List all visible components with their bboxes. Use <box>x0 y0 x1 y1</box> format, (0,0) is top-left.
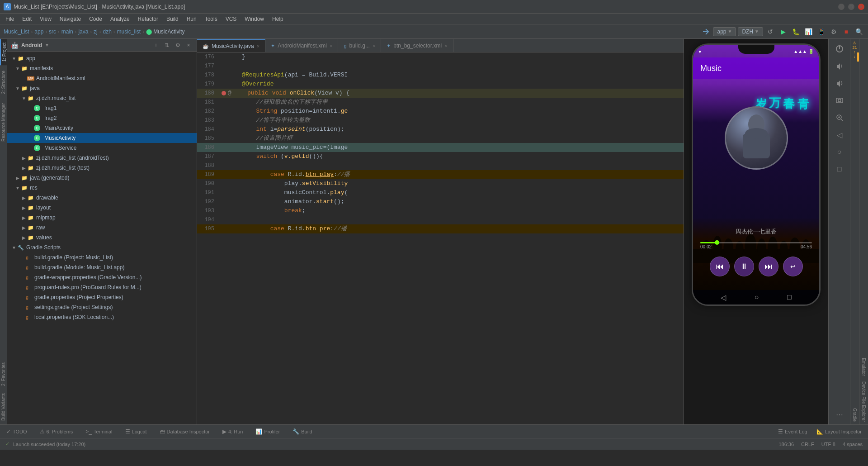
tree-item-java-generated[interactable]: ▶ 📁 java (generated) <box>7 173 197 183</box>
breadcrumb-app[interactable]: app <box>34 29 43 35</box>
run-btn[interactable]: ▶ <box>778 26 788 37</box>
resource-manager-label[interactable]: Resource Manager <box>0 100 7 145</box>
menu-vcs[interactable]: VCS <box>222 15 241 23</box>
menu-file[interactable]: File <box>2 15 18 23</box>
tab-terminal[interactable]: >_ Terminal <box>83 428 115 436</box>
tab-profiler[interactable]: 📊 Profiler <box>253 428 283 436</box>
debug-btn[interactable]: 🐛 <box>790 26 801 37</box>
breadcrumb-music-list[interactable]: music_list <box>117 29 141 35</box>
tree-item-build-gradle-module[interactable]: g build.gradle (Module: Music_List.app) <box>7 262 197 272</box>
dropdown-arrow[interactable]: ▼ <box>45 43 49 48</box>
minimize-button[interactable]: — <box>838 4 844 10</box>
tree-item-mipmap[interactable]: ▶ 📁 mipmap <box>7 213 197 223</box>
tree-item-androidmanifest[interactable]: MF AndroidManifest.xml <box>7 73 197 83</box>
menu-analyze[interactable]: Analyze <box>107 15 133 23</box>
tree-item-gradle-wrapper[interactable]: g gradle-wrapper.properties (Gradle Vers… <box>7 272 197 282</box>
tab-todo[interactable]: ✓ TODO <box>4 428 30 436</box>
tree-item-pkg-main[interactable]: ▼ 📁 zj.dzh.music_list <box>7 93 197 103</box>
sync-btn[interactable]: ↺ <box>765 26 776 37</box>
tree-item-pkg-test[interactable]: ▶ 📁 zj.dzh.music_list (test) <box>7 163 197 173</box>
tree-item-musicservice[interactable]: C MusicService <box>7 143 197 153</box>
close-panel-btn[interactable]: × <box>184 41 193 50</box>
avd-btn[interactable]: 📱 <box>816 26 826 37</box>
next-btn[interactable]: ⏭ <box>759 257 778 276</box>
volume-up-btn[interactable] <box>831 75 848 91</box>
device-file-label[interactable]: Device File Explorer <box>860 379 867 424</box>
breadcrumb-main[interactable]: main <box>61 29 73 35</box>
tree-item-proguard[interactable]: g proguard-rules.pro (ProGuard Rules for… <box>7 282 197 292</box>
home-nav-btn[interactable]: ○ <box>831 144 848 160</box>
tree-item-layout[interactable]: ▶ 📁 layout <box>7 203 197 213</box>
maximize-button[interactable]: □ <box>848 4 854 10</box>
menu-navigate[interactable]: Navigate <box>56 15 85 23</box>
back-nav-btn[interactable]: ◁ <box>831 127 848 143</box>
tree-item-values[interactable]: ▶ 📁 values <box>7 233 197 243</box>
tree-item-frag1[interactable]: C frag1 <box>7 103 197 113</box>
tree-item-drawable[interactable]: ▶ 📁 drawable <box>7 193 197 203</box>
tree-item-manifests[interactable]: ▼ 📁 manifests <box>7 63 197 73</box>
phone-recents-btn[interactable]: □ <box>787 293 792 301</box>
menu-code[interactable]: Code <box>85 15 106 23</box>
device-dropdown[interactable]: DZH ▼ <box>738 27 763 36</box>
close-button[interactable]: ✕ <box>858 4 864 10</box>
search-everywhere-btn[interactable]: 🔍 <box>854 26 864 37</box>
add-files-btn[interactable]: + <box>151 41 160 50</box>
tree-item-musicactivity[interactable]: C MusicActivity <box>7 133 197 143</box>
tab-btn-bg-selector[interactable]: ✦ btn_bg_selector.xml × <box>381 39 453 52</box>
favorites-label[interactable]: 2: Favorites <box>0 359 7 390</box>
breadcrumb-current[interactable]: ⬤ MusicActivity <box>146 29 185 35</box>
tab-layout-inspector[interactable]: 📐 Layout Inspector <box>814 428 864 436</box>
stop-btn[interactable]: ■ <box>841 26 852 37</box>
prev-btn[interactable]: ⏮ <box>710 257 730 276</box>
menu-build[interactable]: Build <box>163 15 182 23</box>
phone-back-btn[interactable]: ◁ <box>721 293 726 302</box>
nav-go-btn[interactable] <box>700 26 711 37</box>
tree-item-pkg-androidtest[interactable]: ▶ 📁 zj.dzh.music_list (androidTest) <box>7 153 197 163</box>
menu-tools[interactable]: Tools <box>201 15 221 23</box>
breadcrumb-dzh[interactable]: dzh <box>103 29 111 35</box>
breadcrumb-zj[interactable]: zj <box>94 29 98 35</box>
menu-window[interactable]: Window <box>241 15 268 23</box>
tab-build[interactable]: g build.g... × <box>338 39 381 52</box>
tree-item-settings-gradle[interactable]: g settings.gradle (Project Settings) <box>7 302 197 312</box>
tab-androidmanifest[interactable]: ✦ AndroidManifest.xml × <box>265 39 338 52</box>
tab-musicactivity[interactable]: ☕ MusicActivity.java × <box>197 39 265 52</box>
tree-item-gradle-scripts[interactable]: ▼ 🔧 Gradle Scripts <box>7 243 197 252</box>
menu-view[interactable]: View <box>36 15 55 23</box>
more-btn[interactable]: ⋯ <box>831 406 848 423</box>
tab-problems[interactable]: ⚠ 6: Problems <box>37 428 76 436</box>
repeat-btn[interactable]: ↩ <box>783 257 803 276</box>
power-btn[interactable] <box>831 41 848 57</box>
tab-logcat[interactable]: ☰ Logcat <box>123 428 150 436</box>
tab-close-musicactivity[interactable]: × <box>257 43 259 49</box>
tree-item-res[interactable]: ▼ 📁 res <box>7 183 197 193</box>
menu-run[interactable]: Run <box>183 15 200 23</box>
menu-refactor[interactable]: Refactor <box>134 15 162 23</box>
tab-database-inspector[interactable]: 🗃 Database Inspector <box>157 428 212 436</box>
structure-panel-label[interactable]: 2: Structure <box>0 67 7 98</box>
gradle-panel-label[interactable]: Gradle <box>851 405 858 424</box>
progress-bar-container[interactable]: 00:02 04:56 <box>700 242 812 249</box>
breadcrumb-java[interactable]: java <box>78 29 88 35</box>
project-panel-label[interactable]: 1: Project <box>0 39 7 65</box>
build-variants-label[interactable]: Build Variants <box>0 390 7 424</box>
app-dropdown[interactable]: app ▼ <box>713 27 736 36</box>
tree-item-java[interactable]: ▼ 📁 java <box>7 83 197 93</box>
code-editor[interactable]: 176 } 177 178 @RequiresApi(api = Build.V… <box>197 52 684 424</box>
profile-btn[interactable]: 📊 <box>803 26 814 37</box>
phone-home-btn[interactable]: ○ <box>755 293 759 301</box>
tab-close-androidmanifest[interactable]: × <box>330 43 332 48</box>
tab-close-build[interactable]: × <box>373 43 375 48</box>
breadcrumb-project[interactable]: Music_List <box>4 29 29 35</box>
tab-event-log[interactable]: ☰ Event Log <box>775 428 810 436</box>
zoom-in-btn[interactable] <box>831 109 848 126</box>
menu-edit[interactable]: Edit <box>19 15 35 23</box>
play-pause-btn[interactable]: ⏸ <box>734 257 754 276</box>
sdk-btn[interactable]: ⚙ <box>828 26 839 37</box>
tree-item-mainactivity[interactable]: C MainActivity <box>7 123 197 133</box>
tree-item-local-properties[interactable]: g local.properties (SDK Location...) <box>7 312 197 322</box>
tab-close-btn-bg[interactable]: × <box>444 43 447 48</box>
menu-help[interactable]: Help <box>269 15 287 23</box>
tree-item-raw[interactable]: ▶ 📁 raw <box>7 223 197 233</box>
tree-item-frag2[interactable]: C frag2 <box>7 113 197 123</box>
